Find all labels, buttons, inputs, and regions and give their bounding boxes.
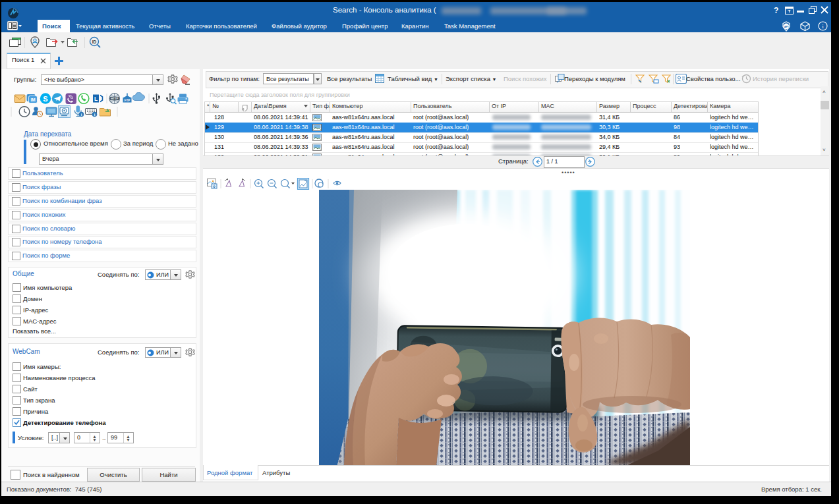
svg-text:ID: ID [92,40,97,44]
svg-text:API: API [784,25,789,28]
svg-text:IM: IM [30,98,35,102]
svg-text:S: S [43,95,47,103]
svg-text:FTP: FTP [125,99,130,102]
svg-text:L: L [94,96,98,102]
svg-text:i: i [822,23,824,30]
svg-text:HTTP: HTTP [111,97,118,100]
